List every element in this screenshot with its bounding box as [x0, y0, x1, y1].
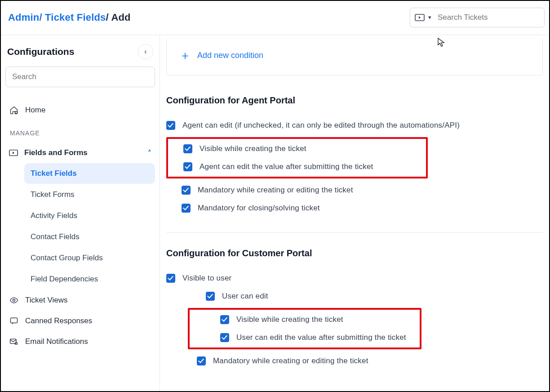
agent-mandatory-create-checkbox[interactable] — [182, 186, 191, 195]
visible-to-user-label: Visible to user — [182, 274, 231, 283]
nav-contact-group-fields[interactable]: Contact Group Fields — [24, 248, 155, 268]
nav-fields-and-forms-label: Fields and Forms — [24, 148, 88, 157]
sidebar: Configurations ‹ Home MANAGE Fields and … — [1, 35, 160, 391]
main-content: ＋ Add new condition Configuration for Ag… — [160, 35, 549, 391]
visible-to-user-checkbox[interactable] — [166, 274, 175, 283]
nav-canned-responses-label: Canned Responses — [25, 316, 92, 325]
nav-canned-responses[interactable]: Canned Responses — [5, 311, 155, 331]
user-edit-after-label: User can edit the value after submitting… — [236, 333, 406, 342]
user-edit-after-checkbox[interactable] — [220, 333, 229, 342]
customer-mandatory-create-checkbox[interactable] — [197, 356, 206, 365]
agent-visible-creating-row: Visible while creating the ticket — [168, 140, 426, 158]
customer-mandatory-create-label: Mandatory while creating or editing the … — [213, 356, 368, 365]
nav-activity-fields[interactable]: Activity Fields — [24, 205, 155, 226]
condition-card: ＋ Add new condition — [166, 39, 543, 76]
add-condition-label: Add new condition — [197, 51, 263, 60]
nav-ticket-forms[interactable]: Ticket Forms — [24, 184, 155, 205]
customer-highlight-box: Visible while creating the ticket User c… — [188, 308, 421, 349]
agent-visible-creating-checkbox[interactable] — [183, 144, 192, 153]
agent-mandatory-create-label: Mandatory while creating or editing the … — [198, 186, 353, 195]
nav-contact-fields[interactable]: Contact Fields — [24, 227, 155, 247]
agent-portal-header: Configuration for Agent Portal — [166, 76, 543, 116]
sidebar-search-input[interactable] — [5, 67, 155, 87]
customer-portal-header: Configuration for Customer Portal — [166, 233, 543, 269]
nav-email-notifications[interactable]: Email Notifications — [5, 331, 155, 352]
agent-highlight-box: Visible while creating the ticket Agent … — [166, 137, 428, 178]
chevron-up-icon: ˄ — [148, 149, 151, 157]
customer-visible-creating-label: Visible while creating the ticket — [236, 315, 343, 324]
agent-mandatory-create-row: Mandatory while creating or editing the … — [166, 181, 543, 199]
chevron-down-icon[interactable]: ▾ — [428, 14, 431, 21]
svg-rect-4 — [11, 318, 18, 323]
chevron-left-icon: ‹ — [144, 48, 146, 56]
ticket-icon — [415, 14, 425, 21]
user-can-edit-row: User can edit — [166, 287, 543, 305]
message-icon — [9, 316, 19, 326]
search-tickets-box[interactable]: ▾ — [410, 8, 545, 27]
eye-icon — [9, 295, 19, 305]
user-can-edit-label: User can edit — [222, 292, 268, 301]
nav-section-manage: MANAGE — [5, 120, 155, 143]
agent-edit-after-checkbox[interactable] — [183, 162, 192, 171]
agent-can-edit-label: Agent can edit (if unchecked, it can onl… — [182, 121, 460, 130]
home-icon — [9, 105, 19, 115]
agent-visible-creating-label: Visible while creating the ticket — [200, 144, 306, 153]
breadcrumb: Admin/ Ticket Fields/ Add — [8, 12, 131, 23]
nav-fields-and-forms-children: Ticket Fields Ticket Forms Activity Fiel… — [5, 163, 155, 290]
nav-ticket-fields[interactable]: Ticket Fields — [24, 163, 155, 184]
breadcrumb-add: Add — [111, 12, 130, 23]
customer-visible-creating-checkbox[interactable] — [220, 315, 229, 324]
agent-can-edit-row: Agent can edit (if unchecked, it can onl… — [166, 116, 543, 134]
user-edit-after-row: User can edit the value after submitting… — [190, 329, 420, 347]
ticket-icon — [9, 149, 18, 156]
breadcrumb-admin[interactable]: Admin — [8, 12, 39, 23]
nav-home-label: Home — [25, 106, 45, 115]
search-tickets-input[interactable] — [438, 13, 540, 22]
nav-field-dependencies[interactable]: Field Dependencies — [24, 269, 155, 290]
nav-email-notifications-label: Email Notifications — [25, 337, 88, 346]
svg-point-1 — [15, 111, 18, 114]
breadcrumb-ticket-fields[interactable]: Ticket Fields — [45, 12, 106, 23]
visible-to-user-row: Visible to user — [166, 269, 543, 287]
mail-bell-icon — [9, 337, 19, 347]
nav-ticket-views[interactable]: Ticket Views — [5, 290, 155, 311]
customer-visible-creating-row: Visible while creating the ticket — [190, 311, 420, 329]
nav-fields-and-forms[interactable]: Fields and Forms ˄ — [5, 143, 155, 163]
agent-mandatory-close-row: Mandatory for closing/solving ticket — [166, 199, 543, 217]
agent-edit-after-row: Agent can edit the value after submittin… — [168, 158, 426, 176]
agent-can-edit-checkbox[interactable] — [166, 121, 175, 130]
svg-point-3 — [13, 299, 15, 302]
plus-icon: ＋ — [179, 48, 191, 63]
nav-ticket-views-label: Ticket Views — [25, 296, 67, 305]
sidebar-title: Configurations — [7, 46, 74, 57]
add-condition-button[interactable]: ＋ Add new condition — [179, 48, 530, 63]
nav-home[interactable]: Home — [5, 100, 155, 120]
topbar: Admin/ Ticket Fields/ Add ▾ — [1, 1, 549, 35]
agent-mandatory-close-checkbox[interactable] — [182, 204, 191, 213]
agent-edit-after-label: Agent can edit the value after submittin… — [200, 162, 373, 171]
agent-mandatory-close-label: Mandatory for closing/solving ticket — [198, 204, 320, 213]
customer-mandatory-create-row: Mandatory while creating or editing the … — [166, 352, 543, 370]
collapse-sidebar-button[interactable]: ‹ — [138, 44, 153, 59]
user-can-edit-checkbox[interactable] — [206, 292, 215, 301]
